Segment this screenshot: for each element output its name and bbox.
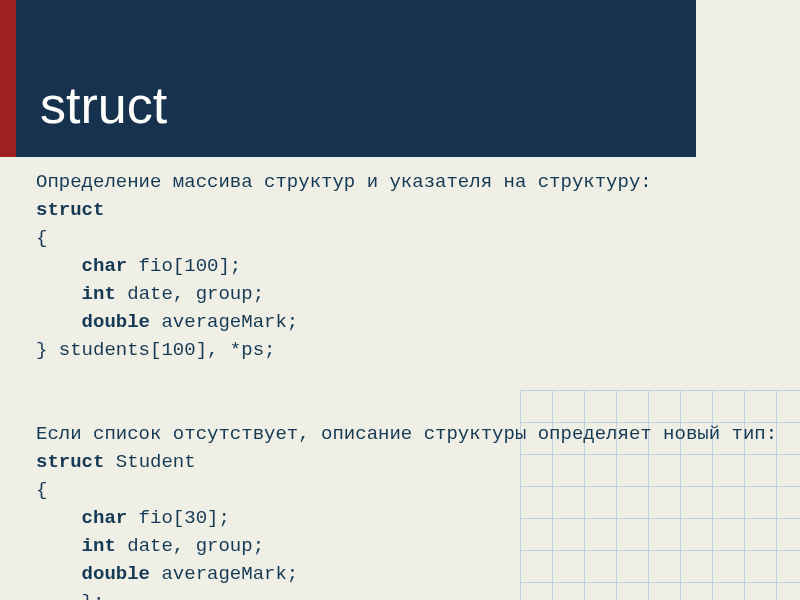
red-stripe — [0, 0, 16, 157]
slide-content: Определение массива структур и указателя… — [36, 168, 766, 600]
block2-close: }; — [82, 591, 105, 600]
block2-fio: fio[30]; — [127, 507, 230, 529]
block2-intro: Если список отсутствует, описание структ… — [36, 420, 766, 448]
kw-char-1: char — [82, 255, 128, 277]
block2-open: { — [36, 476, 766, 504]
kw-struct-2: struct — [36, 451, 104, 473]
kw-double-1: double — [82, 311, 150, 333]
block2-avg: averageMark; — [150, 563, 298, 585]
block1-close: } students[100], *ps; — [36, 336, 766, 364]
kw-int-1: int — [82, 283, 116, 305]
block2-date: date, group; — [116, 535, 264, 557]
kw-char-2: char — [82, 507, 128, 529]
block1-fio: fio[100]; — [127, 255, 241, 277]
kw-double-2: double — [82, 563, 150, 585]
block1-open: { — [36, 224, 766, 252]
slide-header: struct — [16, 0, 696, 157]
page-title: struct — [40, 75, 167, 135]
block1-intro: Определение массива структур и указателя… — [36, 168, 766, 196]
block2-student: Student — [104, 451, 195, 473]
kw-struct-1: struct — [36, 199, 104, 221]
kw-int-2: int — [82, 535, 116, 557]
block1-date: date, group; — [116, 283, 264, 305]
block1-avg: averageMark; — [150, 311, 298, 333]
